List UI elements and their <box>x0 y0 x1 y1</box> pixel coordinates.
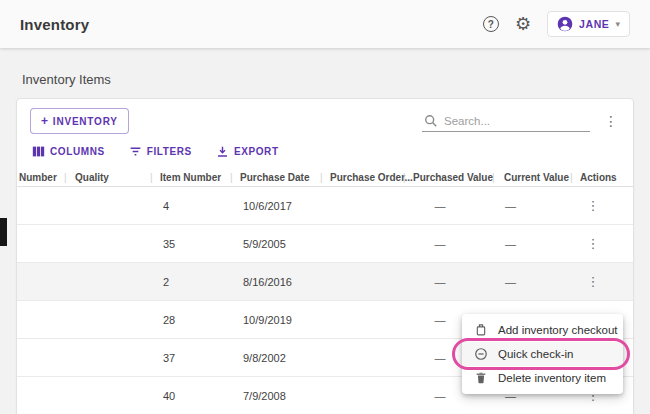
table-header: Number | Quality | Item Number | Purchas… <box>17 168 633 187</box>
trash-icon <box>474 371 488 385</box>
columns-icon <box>32 145 45 158</box>
cell-item-number: 35 <box>163 225 175 263</box>
user-name-label: JANE <box>579 18 609 30</box>
cell-purchase-date: 7/9/2008 <box>243 377 286 414</box>
cell-purchased-value: — <box>420 377 460 414</box>
menu-item-delete-inventory-item[interactable]: Delete inventory item <box>462 366 623 390</box>
left-edge-fragment <box>0 218 7 246</box>
column-header-current-value[interactable]: Current Value <box>504 168 569 187</box>
grid-toolbar: COLUMNS FILTERS EXPORT <box>30 143 281 160</box>
help-icon[interactable]: ? <box>483 16 499 32</box>
column-separator: | <box>230 168 233 187</box>
toolbar-kebab-menu-icon[interactable]: ⋮ <box>602 114 620 128</box>
column-header-purchase-date[interactable]: Purchase Date <box>240 168 309 187</box>
column-header-quality[interactable]: Quality <box>75 168 109 187</box>
column-separator: | <box>64 168 67 187</box>
search-icon <box>424 114 438 128</box>
cell-current-value: — <box>505 263 516 301</box>
row-actions-icon[interactable]: ⋮ <box>583 187 603 225</box>
column-header-actions: Actions <box>580 168 617 187</box>
card-toolbar: + INVENTORY ⋮ <box>30 108 620 134</box>
menu-item-label: Quick check-in <box>498 348 573 360</box>
section-title: Inventory Items <box>22 72 111 87</box>
cell-purchased-value: — <box>420 225 460 263</box>
search-box <box>422 111 590 132</box>
cell-purchase-date: 10/6/2017 <box>243 187 292 225</box>
context-menu: Add inventory checkout Quick check-in De… <box>462 314 623 394</box>
column-header-purchased-value[interactable]: Purchased Value <box>413 168 493 187</box>
table-row[interactable]: 35 5/9/2005 — — ⋮ <box>17 225 633 263</box>
plus-icon: + <box>41 115 49 127</box>
menu-item-label: Delete inventory item <box>498 372 606 384</box>
cell-purchase-date: 9/8/2002 <box>243 339 286 377</box>
menu-item-add-inventory-checkout[interactable]: Add inventory checkout <box>462 318 623 342</box>
app-header: Inventory ? ⚙ JANE ▾ <box>0 0 650 48</box>
column-separator: | <box>492 168 495 187</box>
settings-gear-icon[interactable]: ⚙ <box>515 15 531 33</box>
column-header-purchase-order[interactable]: Purchase Order... <box>330 168 413 187</box>
user-menu-button[interactable]: JANE ▾ <box>547 11 630 37</box>
column-separator: | <box>403 168 406 187</box>
filter-icon <box>129 145 142 158</box>
app-header-actions: ? ⚙ JANE ▾ <box>483 11 630 37</box>
cell-purchased-value: — <box>420 187 460 225</box>
menu-item-label: Add inventory checkout <box>498 324 618 336</box>
export-button[interactable]: EXPORT <box>214 143 281 160</box>
cell-purchased-value: — <box>420 263 460 301</box>
minus-circle-icon <box>474 347 488 361</box>
search-input[interactable] <box>444 113 584 129</box>
column-header-item-number[interactable]: Item Number <box>160 168 221 187</box>
column-separator: | <box>570 168 573 187</box>
menu-item-quick-check-in[interactable]: Quick check-in <box>462 342 623 366</box>
cell-item-number: 2 <box>163 263 169 301</box>
table-row[interactable]: 4 10/6/2017 — — ⋮ <box>17 187 633 225</box>
cell-purchase-date: 8/16/2016 <box>243 263 292 301</box>
columns-label: COLUMNS <box>50 146 105 157</box>
cell-item-number: 40 <box>163 377 175 414</box>
checkout-icon <box>474 323 488 337</box>
column-separator: | <box>150 168 153 187</box>
page-title: Inventory <box>20 16 89 33</box>
filters-label: FILTERS <box>147 146 192 157</box>
avatar-icon <box>557 16 573 32</box>
column-separator: | <box>320 168 323 187</box>
add-inventory-button[interactable]: + INVENTORY <box>30 108 129 134</box>
add-inventory-label: INVENTORY <box>53 116 118 127</box>
cell-item-number: 28 <box>163 301 175 339</box>
row-actions-icon[interactable]: ⋮ <box>583 225 603 263</box>
cell-current-value: — <box>505 187 516 225</box>
filters-button[interactable]: FILTERS <box>127 143 194 160</box>
columns-button[interactable]: COLUMNS <box>30 143 107 160</box>
chevron-down-icon: ▾ <box>615 20 620 29</box>
row-actions-icon[interactable]: ⋮ <box>583 263 603 301</box>
table-row[interactable]: 2 8/16/2016 — — ⋮ <box>17 263 633 301</box>
column-header-number[interactable]: Number <box>19 168 57 187</box>
cell-purchase-date: 5/9/2005 <box>243 225 286 263</box>
cell-item-number: 37 <box>163 339 175 377</box>
cell-purchase-date: 10/9/2019 <box>243 301 292 339</box>
export-label: EXPORT <box>234 146 279 157</box>
cell-current-value: — <box>505 225 516 263</box>
cell-purchased-value: — <box>420 301 460 339</box>
cell-item-number: 4 <box>163 187 169 225</box>
download-icon <box>216 145 229 158</box>
cell-purchased-value: — <box>420 339 460 377</box>
